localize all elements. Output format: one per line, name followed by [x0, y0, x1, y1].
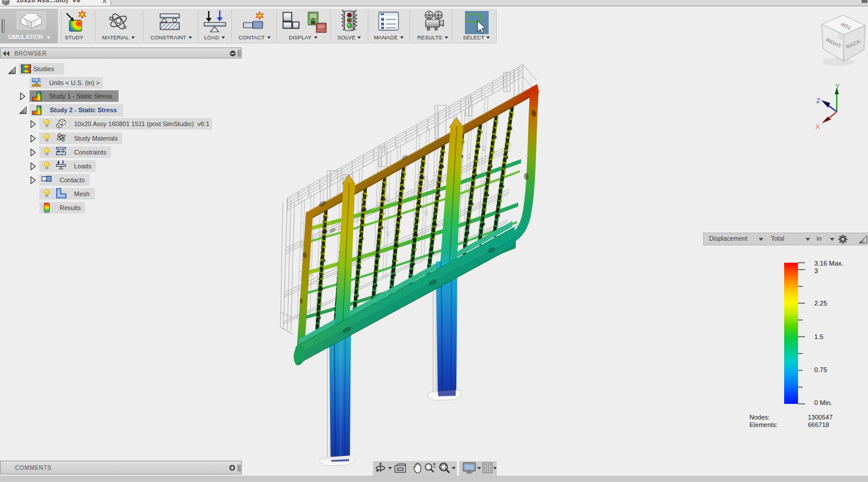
- svg-text:Y: Y: [835, 83, 840, 90]
- svg-text:Z: Z: [816, 97, 820, 104]
- svg-text:X: X: [815, 123, 820, 130]
